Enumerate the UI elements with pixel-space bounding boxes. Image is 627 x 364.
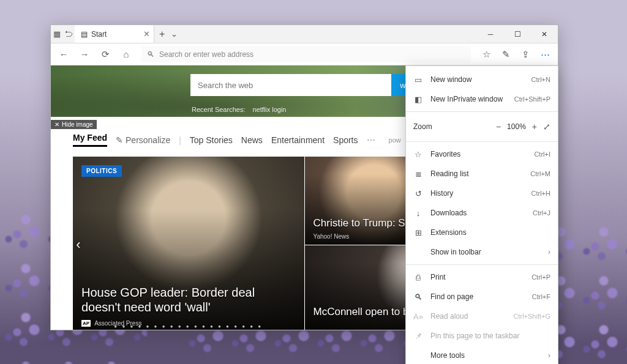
- recent-search-link[interactable]: netflix login: [252, 106, 286, 113]
- back-button[interactable]: ←: [54, 45, 73, 64]
- menu-more-tools[interactable]: More tools ›: [406, 346, 558, 364]
- new-tab-button[interactable]: +: [159, 29, 165, 40]
- toolbar: ← → ⟳ ⌂ 🔍︎ Search or enter web address ☆…: [51, 43, 558, 65]
- menu-find[interactable]: 🔍︎ Find on page Ctrl+F: [406, 287, 558, 306]
- history-icon: ↺: [413, 189, 423, 198]
- tab-actions-chevron-icon[interactable]: ⌄: [171, 29, 178, 39]
- home-button[interactable]: ⌂: [117, 45, 135, 64]
- zoom-value: 100%: [507, 122, 526, 131]
- chevron-right-icon: ›: [548, 248, 550, 256]
- tab-news[interactable]: News: [241, 135, 263, 145]
- tab-entertainment[interactable]: Entertainment: [271, 135, 325, 145]
- tabs-aside-icon[interactable]: ▦: [53, 29, 61, 39]
- tab-close-icon[interactable]: ✕: [143, 29, 150, 39]
- menu-label: Downloads: [430, 209, 467, 217]
- menu-label: Pin this page to the taskbar: [430, 332, 519, 340]
- menu-label: Favorites: [430, 150, 460, 158]
- personalize-button[interactable]: ✎ Personalize: [116, 135, 170, 145]
- menu-label: Find on page: [430, 292, 473, 301]
- favorites-star-icon[interactable]: ☆: [477, 45, 495, 64]
- hide-image-label: Hide image: [62, 121, 93, 128]
- web-search-input[interactable]: [190, 74, 391, 96]
- tab-top-stories[interactable]: Top Stories: [190, 135, 233, 145]
- menu-label: More tools: [430, 351, 465, 360]
- menu-label: Extensions: [430, 228, 467, 237]
- settings-more-button[interactable]: ⋯: [536, 45, 554, 64]
- tab-favicon: ▤: [81, 30, 88, 39]
- tab-my-feed[interactable]: My Feed: [73, 133, 107, 147]
- share-icon[interactable]: ⇪: [516, 45, 535, 64]
- menu-label: Reading list: [430, 169, 469, 178]
- settings-menu: ▭ New window Ctrl+N ◧ New InPrivate wind…: [405, 65, 558, 364]
- web-search-box: web: [190, 74, 423, 96]
- menu-downloads[interactable]: ↓ Downloads Ctrl+J: [406, 203, 558, 223]
- menu-shortcut: Ctrl+I: [534, 150, 550, 158]
- tabs-more-icon[interactable]: ⋯: [367, 135, 375, 145]
- refresh-button[interactable]: ⟳: [96, 45, 115, 64]
- menu-shortcut: Ctrl+M: [530, 170, 550, 177]
- menu-new-window[interactable]: ▭ New window Ctrl+N: [406, 70, 558, 89]
- menu-zoom: Zoom − 100% + ⤢: [406, 114, 558, 139]
- address-placeholder: Search or enter web address: [159, 50, 253, 59]
- menu-history[interactable]: ↺ History Ctrl+H: [406, 184, 558, 203]
- menu-label: New InPrivate window: [430, 95, 503, 103]
- inprivate-icon: ◧: [413, 95, 423, 104]
- menu-shortcut: Ctrl+H: [531, 190, 550, 197]
- menu-label: History: [430, 189, 453, 198]
- window-minimize-button[interactable]: ─: [477, 25, 504, 43]
- close-icon: ✕: [54, 121, 59, 128]
- window-icon: ▭: [413, 75, 423, 84]
- tab-sports[interactable]: Sports: [333, 135, 358, 145]
- recent-label: Recent Searches:: [192, 106, 245, 113]
- menu-extensions[interactable]: ⊞ Extensions: [406, 223, 558, 242]
- tab-title: Start: [91, 30, 107, 39]
- reading-view-icon[interactable]: ✎: [497, 45, 515, 64]
- menu-label: New window: [430, 75, 471, 84]
- forward-button[interactable]: →: [75, 45, 94, 64]
- recent-searches: Recent Searches: netflix login: [192, 106, 286, 113]
- address-bar[interactable]: 🔍︎ Search or enter web address: [141, 46, 471, 62]
- menu-label: Read aloud: [430, 312, 468, 321]
- menu-shortcut: Ctrl+P: [531, 273, 550, 281]
- news-card-main[interactable]: POLITICS House GOP leader: Border deal d…: [73, 157, 304, 330]
- edge-window: ▦ ⮌ ▤ Start ✕ + ⌄ ─ ☐ ✕ ← → ⟳ ⌂: [50, 24, 558, 330]
- window-close-button[interactable]: ✕: [531, 25, 558, 43]
- menu-label: Show in toolbar: [430, 248, 481, 256]
- menu-reading-list[interactable]: ≣ Reading list Ctrl+M: [406, 164, 558, 184]
- print-icon: ⎙: [413, 273, 423, 282]
- menu-label: Print: [430, 273, 446, 281]
- menu-print[interactable]: ⎙ Print Ctrl+P: [406, 267, 558, 287]
- tab-preview-icon[interactable]: ⮌: [64, 29, 72, 39]
- source-top: Yahoo! News: [314, 233, 350, 240]
- carousel-prev-button[interactable]: ‹: [69, 232, 88, 257]
- window-maximize-button[interactable]: ☐: [504, 25, 531, 43]
- headline-main: House GOP leader: Border deal doesn't ne…: [81, 285, 296, 314]
- zoom-out-button[interactable]: −: [496, 122, 501, 132]
- carousel-dots[interactable]: ● ● ● ● ● ● ● ● ● ● ● ● ● ● ● ● ● ● ●: [73, 324, 304, 329]
- menu-new-inprivate[interactable]: ◧ New InPrivate window Ctrl+Shift+P: [406, 89, 558, 109]
- search-icon: 🔍︎: [147, 50, 154, 59]
- menu-read-aloud: A» Read aloud Ctrl+Shift+G: [406, 306, 558, 326]
- browser-tab[interactable]: ▤ Start ✕: [75, 25, 154, 43]
- menu-shortcut: Ctrl+Shift+P: [514, 95, 550, 103]
- hide-image-button[interactable]: ✕ Hide image: [51, 120, 97, 129]
- reading-list-icon: ≣: [413, 169, 423, 179]
- extensions-icon: ⊞: [413, 228, 423, 237]
- category-tag: POLITICS: [81, 165, 122, 177]
- menu-shortcut: Ctrl+Shift+G: [513, 313, 550, 320]
- star-icon: ☆: [413, 150, 423, 159]
- titlebar: ▦ ⮌ ▤ Start ✕ + ⌄ ─ ☐ ✕: [51, 25, 558, 43]
- menu-pin-taskbar: 📌︎ Pin this page to the taskbar: [406, 326, 558, 346]
- chevron-right-icon: ›: [548, 351, 550, 360]
- search-icon: 🔍︎: [413, 292, 423, 302]
- menu-favorites[interactable]: ☆ Favorites Ctrl+I: [406, 144, 558, 164]
- fullscreen-icon[interactable]: ⤢: [543, 122, 550, 132]
- menu-show-toolbar[interactable]: Show in toolbar ›: [406, 242, 558, 262]
- pin-icon: 📌︎: [413, 332, 423, 341]
- personalize-label: Personalize: [126, 135, 170, 145]
- menu-shortcut: Ctrl+F: [532, 293, 550, 300]
- zoom-label: Zoom: [413, 122, 432, 131]
- menu-shortcut: Ctrl+J: [533, 209, 550, 217]
- menu-shortcut: Ctrl+N: [531, 76, 550, 83]
- zoom-in-button[interactable]: +: [532, 122, 537, 132]
